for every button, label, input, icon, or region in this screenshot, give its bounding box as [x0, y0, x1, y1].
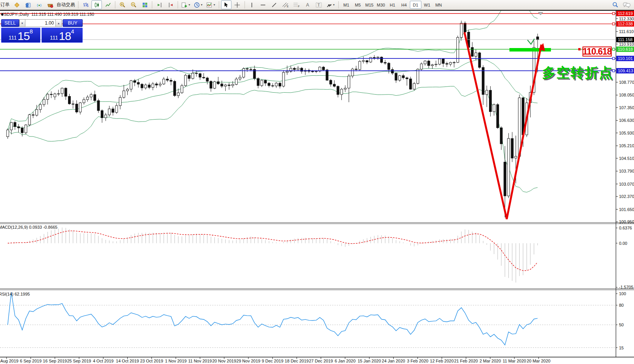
- price-axis-tick: 103.070: [619, 182, 634, 186]
- arrows-tool-icon[interactable]: ▼: [325, 0, 336, 9]
- date-axis-label: 11 Nov 2019: [188, 359, 212, 363]
- macd-indicator-label: MACD(12,26,9) 0.0933 -0.8665: [0, 225, 57, 229]
- date-axis-label: 12 Feb 2020: [430, 359, 454, 363]
- bar-chart-icon[interactable]: [80, 0, 91, 9]
- cursor-icon[interactable]: [221, 0, 231, 9]
- buy-price-box[interactable]: 111 18 4: [42, 28, 83, 43]
- price-axis-tick: 103.790: [619, 169, 634, 173]
- timeframe-w1[interactable]: W1: [421, 1, 433, 9]
- timeframe-h4[interactable]: H4: [398, 1, 410, 9]
- date-axis-label: 6 Sep 2019: [20, 359, 42, 363]
- rsi-axis-tick: 50: [619, 322, 624, 327]
- chart-canvas[interactable]: 112.330111.610110.910108.770108.050107.3…: [0, 11, 634, 364]
- date-axis-label: 3 Feb 2020: [407, 359, 428, 363]
- chart-shift-icon[interactable]: [154, 0, 165, 9]
- chevron-down-icon: ▼: [188, 3, 191, 6]
- zoom-out-icon[interactable]: [128, 0, 139, 9]
- search-icon[interactable]: [610, 0, 621, 9]
- date-axis-label: 11 Mar 2020: [503, 359, 526, 363]
- collapse-panel-icon[interactable]: [1, 13, 3, 16]
- buy-button[interactable]: BUY: [63, 19, 83, 27]
- text-label-tool-icon[interactable]: T: [314, 0, 324, 9]
- horizontal-line-tool-icon[interactable]: [258, 0, 268, 9]
- turning-point-annotation[interactable]: 多空转折点: [542, 64, 613, 82]
- auto-scroll-icon[interactable]: [165, 0, 176, 9]
- tile-windows-icon[interactable]: [140, 0, 150, 9]
- text-tool-icon[interactable]: A: [303, 0, 313, 9]
- market-report-icon[interactable]: [23, 0, 33, 9]
- timeframe-m1[interactable]: M1: [341, 1, 352, 9]
- main-toolbar: 订单 自动交易 ▼ ▼ ▼ E F A T ▼ M1M5M15M30H1H4D1: [0, 0, 634, 10]
- sell-price-big: 15: [18, 31, 30, 42]
- price-axis-tick: 105.210: [619, 143, 634, 148]
- new-chart-icon[interactable]: ▼: [180, 0, 192, 9]
- price-axis-tick: 100.950: [619, 219, 634, 224]
- volume-input[interactable]: [25, 19, 55, 27]
- crosshair-icon[interactable]: [232, 0, 243, 9]
- date-axis-label: 2 Mar 2020: [479, 359, 501, 363]
- date-axis-label: 21 Feb 2020: [454, 359, 478, 363]
- date-axis-label: 18 Dec 2019: [285, 359, 309, 363]
- timeframe-m30[interactable]: M30: [375, 1, 387, 9]
- macd-axis-tick: -1.5705: [619, 285, 633, 289]
- rsi-axis-tick: 80: [619, 303, 624, 307]
- sell-price-box[interactable]: 111 15 8: [1, 28, 40, 43]
- rsi-indicator-label: RSI(14) 62.1995: [0, 292, 30, 296]
- price-line-label: 112.619: [618, 11, 633, 16]
- timeframe-m15[interactable]: M15: [364, 1, 375, 9]
- mt4-application-window: 订单 自动交易 ▼ ▼ ▼ E F A T ▼ M1M5M15M30H1H4D1: [0, 0, 634, 364]
- date-axis-label: 27 Dec 2019: [309, 359, 333, 363]
- period-clock-icon[interactable]: ▼: [193, 0, 204, 9]
- trendline-tool-icon[interactable]: [269, 0, 280, 9]
- timeframe-group: M1M5M15M30H1H4D1W1MN: [341, 1, 444, 9]
- price-line-label: 109.413: [618, 68, 633, 73]
- rsi-axis-tick: 15: [619, 346, 624, 350]
- sell-price-main: 111: [8, 34, 17, 42]
- price-line-label: 112.038: [618, 22, 633, 26]
- timeframe-m5[interactable]: M5: [352, 1, 364, 9]
- buy-price-main: 111: [50, 34, 58, 42]
- svg-text:T: T: [318, 3, 320, 7]
- fibonacci-tool-icon[interactable]: F: [291, 0, 302, 9]
- price-axis-tick: 108.770: [619, 80, 634, 85]
- candlestick-chart-icon[interactable]: [92, 0, 102, 9]
- autotrade-label[interactable]: 自动交易: [57, 2, 75, 8]
- current-price-label: 111.158: [618, 37, 632, 42]
- date-axis-label: 6 Jan 2020: [334, 359, 355, 363]
- date-axis-label: 20 Nov 2019: [212, 359, 236, 363]
- chevron-down-icon: ▼: [333, 3, 335, 6]
- price-axis-tick: 111.610: [619, 29, 634, 34]
- sell-price-sup: 8: [30, 28, 33, 34]
- date-axis-label: 23 Oct 2019: [140, 359, 163, 363]
- volume-increase-button[interactable]: ▲: [55, 19, 62, 27]
- channel-tool-icon[interactable]: E: [280, 0, 291, 9]
- chevron-down-icon: ▼: [213, 3, 216, 6]
- chat-icon[interactable]: [621, 0, 632, 9]
- one-click-trading-panel: SELL ▼ ▲ BUY 111 15 8 111 18 4: [1, 19, 83, 43]
- new-order-label[interactable]: 订单: [0, 2, 10, 8]
- buy-price-sup: 4: [71, 28, 74, 34]
- price-axis-tick: 112.330: [619, 17, 634, 21]
- timeframe-mn[interactable]: MN: [433, 1, 444, 9]
- date-axis-label: 1 Nov 2019: [165, 359, 186, 363]
- autotrade-icon[interactable]: [45, 0, 55, 9]
- date-axis-label: 4 Oct 2019: [93, 359, 114, 363]
- price-axis-tick: 104.510: [619, 156, 634, 161]
- date-axis-label: 20 Mar 2020: [527, 359, 551, 363]
- zoom-in-icon[interactable]: [117, 0, 128, 9]
- chart-window: USDJPY-,Daily 111.315 111.490 109.319 11…: [0, 10, 634, 364]
- vertical-line-tool-icon[interactable]: [247, 0, 257, 9]
- date-axis-label: 28 Aug 2019: [0, 359, 18, 363]
- line-chart-icon[interactable]: [103, 0, 113, 9]
- sell-button[interactable]: SELL: [1, 19, 19, 27]
- indicators-icon[interactable]: ▼: [205, 0, 217, 9]
- timeframe-h1[interactable]: H1: [387, 1, 398, 9]
- signal-icon[interactable]: [34, 0, 44, 9]
- gold-order-icon[interactable]: [12, 0, 22, 9]
- price-callout-110618[interactable]: 110.618: [582, 47, 612, 57]
- price-axis-tick: 102.370: [619, 194, 634, 199]
- price-axis-tick: 105.930: [619, 131, 634, 135]
- volume-decrease-button[interactable]: ▼: [19, 19, 26, 27]
- date-axis-label: 15 Jan 2020: [358, 359, 381, 363]
- timeframe-d1[interactable]: D1: [410, 1, 421, 9]
